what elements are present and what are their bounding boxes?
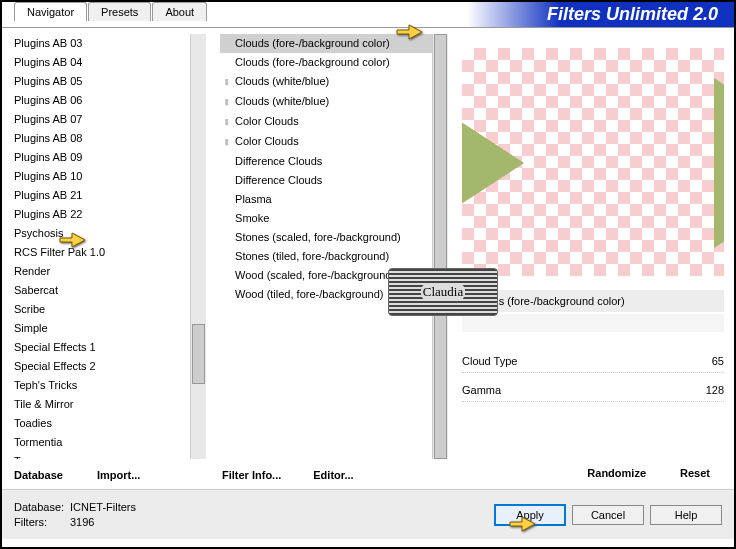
list-item[interactable]: Scribe [12, 300, 190, 319]
list-item[interactable]: ⦀ Color Clouds [220, 132, 432, 152]
pointer-hand-icon [395, 18, 425, 45]
list-item[interactable]: Plugins AB 03 [12, 34, 190, 53]
param-row: Cloud Type65 [462, 354, 724, 368]
database-button[interactable]: Database [12, 465, 65, 485]
list-item[interactable]: Tormentia [12, 433, 190, 452]
list-item[interactable]: Plugins AB 08 [12, 129, 190, 148]
list-item[interactable]: RCS Filter Pak 1.0 [12, 243, 190, 262]
app-title: Filters Unlimited 2.0 [467, 2, 734, 27]
list-item[interactable]: Plasma [220, 190, 432, 209]
pointer-hand-icon [58, 226, 88, 253]
list-item[interactable]: Render [12, 262, 190, 281]
list-item[interactable]: Plugins AB 05 [12, 72, 190, 91]
list-item[interactable]: Plugins AB 22 [12, 205, 190, 224]
list-item[interactable]: Clouds (fore-/background color) [220, 53, 432, 72]
filter-name: Clouds (fore-/background color) [462, 290, 724, 312]
tab-navigator[interactable]: Navigator [14, 2, 87, 21]
list-item[interactable]: Sabercat [12, 281, 190, 300]
list-item[interactable]: ⦀ Clouds (white/blue) [220, 72, 432, 92]
list-item[interactable]: Difference Clouds [220, 171, 432, 190]
import-button[interactable]: Import... [95, 465, 142, 485]
randomize-button[interactable]: Randomize [585, 463, 648, 483]
list-item[interactable]: Plugins AB 09 [12, 148, 190, 167]
reset-button[interactable]: Reset [678, 463, 712, 483]
list-item[interactable]: Difference Clouds [220, 152, 432, 171]
list-item[interactable]: Teph's Tricks [12, 376, 190, 395]
category-list[interactable]: Plugins AB 03Plugins AB 04Plugins AB 05P… [12, 34, 190, 459]
param-row: Gamma128 [462, 383, 724, 397]
preview [462, 48, 724, 276]
list-item[interactable]: Plugins AB 07 [12, 110, 190, 129]
scrollbar[interactable] [190, 34, 206, 459]
help-button[interactable]: Help [650, 505, 722, 525]
pointer-hand-icon [508, 510, 538, 537]
list-item[interactable]: Simple [12, 319, 190, 338]
list-item[interactable]: Smoke [220, 209, 432, 228]
list-item[interactable]: Special Effects 1 [12, 338, 190, 357]
cancel-button[interactable]: Cancel [572, 505, 644, 525]
list-item[interactable]: Plugins AB 04 [12, 53, 190, 72]
params: Cloud Type65Gamma128 [462, 354, 724, 412]
list-item[interactable]: Psychosis [12, 224, 190, 243]
editor-button[interactable]: Editor... [311, 465, 355, 485]
list-item[interactable]: Plugins AB 06 [12, 91, 190, 110]
list-item[interactable]: Plugins AB 21 [12, 186, 190, 205]
tab-about[interactable]: About [152, 2, 207, 21]
list-item[interactable]: Plugins AB 10 [12, 167, 190, 186]
progress [462, 314, 724, 332]
list-item[interactable]: Tile & Mirror [12, 395, 190, 414]
footer-info: Database:ICNET-Filters Filters:3196 [14, 500, 136, 530]
tab-presets[interactable]: Presets [88, 2, 151, 21]
list-item[interactable]: ⦀ Color Clouds [220, 112, 432, 132]
filter-list[interactable]: Clouds (fore-/background color) Clouds (… [220, 34, 432, 459]
list-item[interactable]: Toadies [12, 414, 190, 433]
list-item[interactable]: Tramages [12, 452, 190, 459]
list-item[interactable]: Special Effects 2 [12, 357, 190, 376]
filter-info-button[interactable]: Filter Info... [220, 465, 283, 485]
list-item[interactable]: Stones (scaled, fore-/background) [220, 228, 432, 247]
watermark: Claudia [388, 268, 498, 316]
scrollbar[interactable] [432, 34, 448, 459]
tabs: Navigator Presets About [2, 2, 208, 21]
list-item[interactable]: ⦀ Clouds (white/blue) [220, 92, 432, 112]
list-item[interactable]: Stones (tiled, fore-/background) [220, 247, 432, 266]
